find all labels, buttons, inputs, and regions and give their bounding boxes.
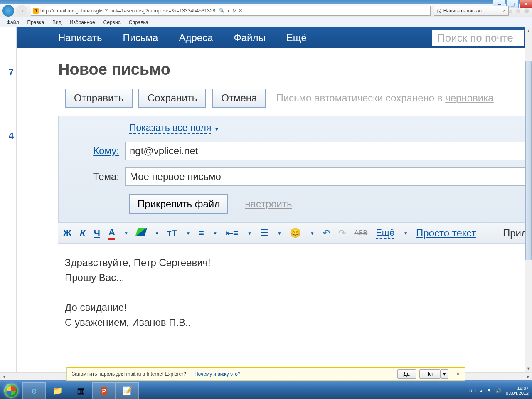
favicon-icon: @ (33, 8, 39, 14)
underline-button[interactable]: Ч (94, 228, 100, 239)
ie-nav-bar: ← → @ http://e.mail.ru/cgi-bin/msglist?b… (0, 4, 532, 17)
vertical-scrollbar[interactable]: ▲ ▼ (525, 27, 532, 372)
notif-no-dropdown[interactable]: ▾ (440, 369, 448, 379)
browser-tab[interactable]: @ Написать письмо ✕ (434, 6, 509, 16)
menu-favorites[interactable]: Избранное (66, 19, 99, 26)
window-close-button[interactable]: ✕ (520, 0, 532, 8)
tray-chevron-icon[interactable]: ▴ (480, 388, 483, 394)
scroll-right-icon[interactable]: ▶ (525, 373, 532, 380)
mail-search-input[interactable]: Поиск по почте (432, 30, 524, 46)
taskbar-app3-icon[interactable]: ▦ (69, 382, 92, 399)
tab-close-icon[interactable]: ✕ (502, 8, 506, 13)
notif-message: Запомнить пароль для mail.ru в Internet … (72, 371, 186, 377)
taskbar-editor-icon[interactable]: 📝 (116, 382, 139, 399)
redo-button[interactable]: ↷ (338, 228, 346, 239)
subject-label: Тема: (59, 171, 125, 182)
send-button[interactable]: Отправить (65, 89, 133, 108)
editor-toolbar: Ж К Ч A▼ ▼ тТ▼ ≡▼ ⇤≡▼ ☰▼ 😊▼ ↶ ↷ АБВ Ещё▼… (58, 223, 532, 244)
drafts-link[interactable]: черновика (445, 92, 493, 103)
stop-icon[interactable]: ✕ (239, 8, 242, 13)
taskbar-explorer-icon[interactable]: 📁 (46, 382, 69, 399)
address-bar[interactable]: @ http://e.mail.ru/cgi-bin/msglist?back=… (31, 6, 431, 16)
autosave-notice: Письмо автоматически сохранено в чернови… (276, 92, 493, 104)
taskbar: e 📁 ▦ P 📝 RU ▴ ⚑ 🔊 16:07 03.04.2012 (0, 382, 532, 399)
body-line: Здравствуйте, Петр Сергеевич! (65, 255, 525, 270)
menu-file[interactable]: Файл (2, 19, 23, 26)
page-title: Новое письмо (58, 61, 532, 79)
mail-top-nav: Написать Письма Адреса Файлы Ещё Поиск п… (17, 27, 532, 48)
toolbar-more-link[interactable]: Ещё (376, 227, 394, 239)
strike-button[interactable]: АБВ (354, 229, 367, 237)
search-icon[interactable]: 🔍 (219, 8, 225, 13)
notif-no-button[interactable]: Нет (419, 369, 440, 379)
scroll-up-icon[interactable]: ▲ (525, 27, 532, 35)
attach-settings-link[interactable]: настроить (245, 198, 292, 210)
show-all-fields-link[interactable]: Показать все поля (129, 122, 211, 134)
ruler-mark: 4 (0, 131, 16, 141)
nav-more[interactable]: Ещё (286, 32, 307, 44)
body-line: Прошу Вас... (65, 270, 525, 285)
font-size-button[interactable]: тТ (167, 228, 177, 239)
nav-forward-button[interactable]: → (16, 5, 27, 17)
highlight-button[interactable] (137, 228, 146, 239)
save-button[interactable]: Сохранить (138, 89, 206, 108)
system-tray: RU ▴ ⚑ 🔊 16:07 03.04.2012 (469, 386, 532, 396)
italic-button[interactable]: К (80, 228, 86, 239)
scroll-left-icon[interactable]: ◀ (0, 373, 7, 380)
scroll-thumb[interactable] (525, 61, 532, 260)
undo-button[interactable]: ↶ (323, 228, 330, 239)
nav-contacts[interactable]: Адреса (179, 32, 213, 44)
indent-button[interactable]: ⇤≡ (226, 228, 239, 239)
tray-lang[interactable]: RU (469, 388, 476, 393)
menu-edit[interactable]: Правка (23, 19, 49, 26)
taskbar-powerpoint-icon[interactable]: P (92, 382, 116, 399)
bold-button[interactable]: Ж (63, 228, 71, 239)
scroll-down-icon[interactable]: ▼ (525, 365, 532, 372)
attach-file-button[interactable]: Прикрепить файл (129, 194, 228, 214)
start-button[interactable] (0, 382, 22, 399)
body-line: С уважением, Иванов П.В.. (65, 315, 525, 330)
tray-flag-icon[interactable]: ⚑ (487, 388, 491, 394)
chevron-down-icon: ▼ (214, 126, 219, 132)
nav-compose[interactable]: Написать (58, 32, 102, 44)
emoji-button[interactable]: 😊 (290, 228, 301, 239)
menu-bar: Файл Правка Вид Избранное Сервис Справка (0, 17, 532, 27)
subject-input[interactable] (125, 167, 532, 186)
menu-help[interactable]: Справка (125, 19, 153, 26)
align-button[interactable]: ≡ (199, 228, 204, 239)
font-color-button[interactable]: A (108, 227, 115, 240)
menu-view[interactable]: Вид (48, 19, 66, 26)
tray-volume-icon[interactable]: 🔊 (495, 388, 502, 394)
list-button[interactable]: ☰ (260, 228, 268, 239)
notif-yes-button[interactable]: Да (397, 369, 416, 379)
taskbar-ie-icon[interactable]: e (22, 382, 46, 399)
message-body[interactable]: Здравствуйте, Петр Сергеевич! Прошу Вас.… (58, 244, 532, 342)
menu-tools[interactable]: Сервис (99, 19, 125, 26)
notif-close-icon[interactable]: ✕ (456, 371, 460, 377)
nav-inbox[interactable]: Письма (123, 32, 158, 44)
to-input[interactable] (125, 142, 532, 160)
refresh-icon[interactable]: ↻ (232, 8, 236, 13)
ruler-mark: 7 (0, 67, 16, 78)
toolbar-right-label: Прил (503, 227, 527, 239)
body-line: До свидание! (65, 300, 525, 315)
plain-text-link[interactable]: Просто текст (416, 227, 476, 239)
tab-title: Написать письмо (443, 8, 483, 14)
left-ruler: 7 4 (0, 27, 17, 372)
tab-favicon-icon: @ (437, 8, 442, 14)
url-text: http://e.mail.ru/cgi-bin/msglist?back=1#… (40, 8, 215, 14)
to-label[interactable]: Кому: (59, 145, 125, 157)
tray-clock[interactable]: 16:07 03.04.2012 (506, 386, 529, 396)
notif-why-link[interactable]: Почему я вижу это? (195, 371, 241, 377)
nav-back-button[interactable]: ← (2, 5, 14, 17)
url-tools: 🔍▾ ↻ ✕ (217, 7, 244, 15)
ie-notification-bar: Запомнить пароль для mail.ru в Internet … (66, 367, 466, 381)
cancel-button[interactable]: Отмена (212, 89, 266, 108)
nav-files[interactable]: Файлы (234, 32, 265, 44)
